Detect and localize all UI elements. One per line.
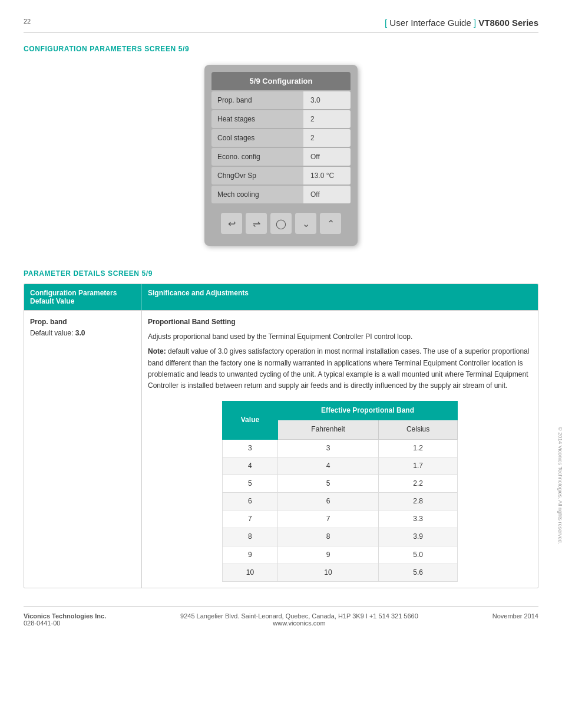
cel-cell: 2.8 <box>379 493 458 510</box>
param-table-body: Prop. band Default value: 3.0 Proportion… <box>24 310 538 588</box>
series-label: VT8600 Series <box>478 18 538 28</box>
company-name: Viconics Technologies Inc. <box>24 612 106 620</box>
fahr-cell: 4 <box>277 457 378 475</box>
cel-cell: 3.3 <box>379 510 458 528</box>
note-content: default value of 3.0 gives satisfactory … <box>148 347 529 390</box>
device-row: Econo. config Off <box>211 148 351 166</box>
cel-cell: 2.2 <box>379 475 458 492</box>
fahr-cell: 6 <box>277 493 378 510</box>
cel-cell: 1.7 <box>379 457 458 475</box>
val-cell: 8 <box>223 528 278 546</box>
inner-table-wrapper: Value Effective Proportional Band Fahren… <box>148 401 532 582</box>
val-col-header: Value <box>223 401 278 439</box>
device-row-value: Off <box>303 186 351 203</box>
device-row: Mech cooling Off <box>211 186 351 203</box>
param-right-col: Proportional Band Setting Adjusts propor… <box>142 311 538 588</box>
config-section-title: CONFIGURATION PARAMETERS SCREEN 5/9 <box>24 45 538 53</box>
val-cell: 6 <box>223 493 278 510</box>
cel-cell: 5.6 <box>379 564 458 581</box>
val-cell: 9 <box>223 546 278 564</box>
param-note-text: Note: default value of 3.0 gives satisfa… <box>148 346 532 391</box>
device-row-label: Prop. band <box>211 91 303 109</box>
guide-label: User Interface Guide <box>389 18 471 28</box>
device-row-label: Econo. config <box>211 148 303 166</box>
btn-down[interactable]: ⌄ <box>295 213 316 234</box>
val-cell: 10 <box>223 564 278 581</box>
part-number: 028-0441-00 <box>24 620 106 627</box>
vertical-copyright: © 2014 Viconics Technologies. All rights… <box>557 427 562 544</box>
device-row-label: Heat stages <box>211 110 303 128</box>
device-controls: ↩ ⇌ ◯ ⌄ ⌃ <box>211 208 351 239</box>
device-row-value: 3.0 <box>303 91 351 109</box>
fahr-cell: 5 <box>277 475 378 492</box>
fahr-cell: 3 <box>277 439 378 457</box>
cel-cell: 1.2 <box>379 439 458 457</box>
footer-center: 9245 Langelier Blvd. Saint-Leonard, Queb… <box>180 612 418 627</box>
btn-back[interactable]: ↩ <box>221 213 242 234</box>
param-left-col: Prop. band Default value: 3.0 <box>24 311 142 588</box>
footer-right: November 2014 <box>492 612 538 627</box>
table-row: 7 7 3.3 <box>223 510 458 528</box>
col2-header: Significance and Adjustments <box>142 284 538 310</box>
device-row-value: Off <box>303 148 351 166</box>
page-footer: Viconics Technologies Inc. 028-0441-00 9… <box>24 606 538 627</box>
fahr-cell: 7 <box>277 510 378 528</box>
device-mockup: 5/9 Configuration Prop. band 3.0 Heat st… <box>204 65 358 246</box>
device-row-label: Cool stages <box>211 129 303 147</box>
page-number: 22 <box>24 18 31 25</box>
param-title: Proportional Band Setting <box>148 317 532 328</box>
device-row: Prop. band 3.0 <box>211 91 351 109</box>
param-table-header: Configuration Parameters Default Value S… <box>24 284 538 310</box>
param-table: Configuration Parameters Default Value S… <box>24 284 538 588</box>
param-section-title: PARAMETER DETAILS SCREEN 5/9 <box>24 269 538 278</box>
device-row: Heat stages 2 <box>211 110 351 128</box>
table-row: 6 6 2.8 <box>223 493 458 510</box>
footer-date: November 2014 <box>492 612 538 620</box>
btn-up[interactable]: ⌃ <box>320 213 341 234</box>
device-container: 5/9 Configuration Prop. band 3.0 Heat st… <box>24 65 538 246</box>
device-row-value: 2 <box>303 129 351 147</box>
device-row-label: ChngOvr Sp <box>211 167 303 185</box>
col1-header: Configuration Parameters Default Value <box>24 284 142 310</box>
val-cell: 5 <box>223 475 278 492</box>
cel-cell: 3.9 <box>379 528 458 546</box>
footer-left: Viconics Technologies Inc. 028-0441-00 <box>24 612 106 627</box>
val-cell: 4 <box>223 457 278 475</box>
fahr-cell: 8 <box>277 528 378 546</box>
device-row-value: 13.0 °C <box>303 167 351 185</box>
table-row: 4 4 1.7 <box>223 457 458 475</box>
footer-website: www.viconics.com <box>180 620 418 627</box>
device-row: ChngOvr Sp 13.0 °C <box>211 167 351 185</box>
fahr-cell: 9 <box>277 546 378 564</box>
device-row-value: 2 <box>303 110 351 128</box>
fahr-cell: 10 <box>277 564 378 581</box>
cel-cell: 5.0 <box>379 546 458 564</box>
table-row: 9 9 5.0 <box>223 546 458 564</box>
param-desc: Adjusts proportional band used by the Te… <box>148 331 532 342</box>
note-label: Note: <box>148 347 166 355</box>
epb-col-header: Effective Proportional Band <box>277 401 457 420</box>
bracket-open: [ <box>385 18 387 28</box>
proportional-band-table: Value Effective Proportional Band Fahren… <box>222 401 458 582</box>
val-cell: 3 <box>223 439 278 457</box>
bracket-close: ] <box>474 18 476 28</box>
cel-col-header: Celsius <box>379 420 458 439</box>
fahr-col-header: Fahrenheit <box>277 420 378 439</box>
btn-home[interactable]: ◯ <box>270 213 292 234</box>
device-row: Cool stages 2 <box>211 129 351 147</box>
table-row: 8 8 3.9 <box>223 528 458 546</box>
param-default: Default value: 3.0 <box>30 328 135 339</box>
param-name: Prop. band <box>30 317 135 328</box>
page-header: 22 [ User Interface Guide ] VT8600 Serie… <box>24 18 538 33</box>
btn-toggle[interactable]: ⇌ <box>246 213 267 234</box>
table-row: 3 3 1.2 <box>223 439 458 457</box>
footer-address: 9245 Langelier Blvd. Saint-Leonard, Queb… <box>180 612 418 620</box>
val-cell: 7 <box>223 510 278 528</box>
table-row: 5 5 2.2 <box>223 475 458 492</box>
device-row-label: Mech cooling <box>211 186 303 203</box>
table-row: 10 10 5.6 <box>223 564 458 581</box>
device-title: 5/9 Configuration <box>211 72 351 90</box>
header-title: [ User Interface Guide ] VT8600 Series <box>385 18 538 28</box>
